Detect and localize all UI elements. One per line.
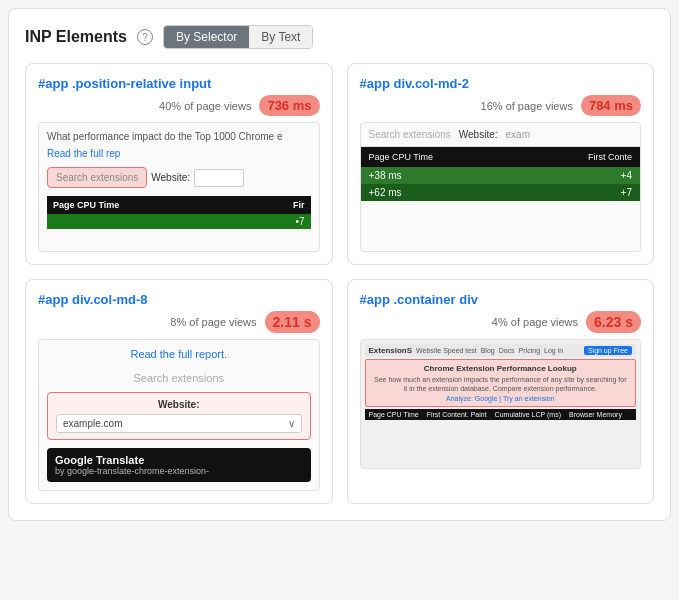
- card-1-search-btn[interactable]: Search extensions: [47, 167, 147, 188]
- card-2-selector: #app div.col-md-2: [360, 76, 470, 91]
- card-4-preview: ExtensionS Website Speed test Blog Docs …: [360, 339, 642, 469]
- card-1: #app .position-relative input 40% of pag…: [25, 63, 333, 265]
- card-4-page-views: 4% of page views: [492, 316, 578, 328]
- card-4: #app .container div 4% of page views 6.2…: [347, 279, 655, 504]
- card-4-table-col2: First Content. Paint: [427, 411, 487, 418]
- card-2-search: Search extensions: [369, 129, 451, 140]
- card-2-row1: +38 ms +4: [361, 167, 641, 184]
- card-3-selector: #app div.col-md-8: [38, 292, 148, 307]
- card-4-header: #app .container div: [360, 292, 642, 307]
- chevron-down-icon: ∨: [288, 418, 295, 429]
- card-2-row1-col1: +38 ms: [369, 170, 402, 181]
- card-1-selector: #app .position-relative input: [38, 76, 211, 91]
- card-1-table-col2: Fir: [293, 200, 305, 210]
- card-1-preview: What performance impact do the Top 1000 …: [38, 122, 320, 252]
- nav-item-5: Log in: [544, 347, 563, 354]
- card-2-page-views: 16% of page views: [481, 100, 573, 112]
- card-1-header: #app .position-relative input: [38, 76, 320, 91]
- cards-grid: #app .position-relative input 40% of pag…: [25, 63, 654, 504]
- card-1-form: Search extensions Website:: [47, 167, 311, 188]
- card-1-page-views: 40% of page views: [159, 100, 251, 112]
- card-3-google-sub: by google-translate-chrome-extension-: [55, 466, 303, 476]
- card-2-badge: 784 ms: [581, 95, 641, 116]
- card-2-table-col2: First Conte: [588, 152, 632, 162]
- card-4-main-link[interactable]: Analyze: Google | Try an extension: [372, 395, 630, 402]
- card-1-badge: 736 ms: [259, 95, 319, 116]
- card-4-main-text: See how much an extension impacts the pe…: [372, 375, 630, 393]
- card-3-page-views: 8% of page views: [170, 316, 256, 328]
- card-2-row1-col2: +4: [621, 170, 632, 181]
- card-2-meta: 16% of page views 784 ms: [360, 95, 642, 116]
- card-3-preview: Read the full report. Search extensions …: [38, 339, 320, 491]
- page-title: INP Elements: [25, 28, 127, 46]
- card-2-table-header: Page CPU Time First Conte: [361, 147, 641, 167]
- card-2-row2-col2: +7: [621, 187, 632, 198]
- card-1-table-header: Page CPU Time Fir: [47, 196, 311, 214]
- card-1-website-label: Website:: [151, 172, 190, 183]
- card-4-main-content: Chrome Extension Performance Lookup See …: [365, 359, 637, 407]
- card-4-table-col1: Page CPU Time: [369, 411, 419, 418]
- card-3-link[interactable]: Read the full report.: [47, 348, 311, 360]
- card-2: #app div.col-md-2 16% of page views 784 …: [347, 63, 655, 265]
- card-1-green-row: •7: [47, 214, 311, 229]
- card-2-table-col1: Page CPU Time: [369, 152, 434, 162]
- card-4-selector: #app .container div: [360, 292, 478, 307]
- help-icon[interactable]: ?: [137, 29, 153, 45]
- card-4-table-col4: Browser Memory: [569, 411, 622, 418]
- card-1-preview-link[interactable]: Read the full rep: [47, 148, 311, 159]
- card-4-cta-btn[interactable]: Sign up Free: [584, 346, 632, 355]
- card-4-table: Page CPU Time First Content. Paint Cumul…: [365, 409, 637, 420]
- card-2-header: #app div.col-md-2: [360, 76, 642, 91]
- toggle-group: By Selector By Text: [163, 25, 314, 49]
- card-4-logo: ExtensionS: [369, 346, 413, 355]
- card-1-table-col1: Page CPU Time: [53, 200, 119, 210]
- card-2-example: exam: [506, 129, 530, 140]
- card-4-browser-bar: ExtensionS Website Speed test Blog Docs …: [365, 344, 637, 357]
- toggle-by-selector[interactable]: By Selector: [164, 26, 249, 48]
- card-2-website-label: Website:: [459, 129, 498, 140]
- card-4-table-col3: Cumulative LCP (ms): [495, 411, 561, 418]
- inp-elements-container: INP Elements ? By Selector By Text #app …: [8, 8, 671, 521]
- nav-item-2: Blog: [481, 347, 495, 354]
- card-2-preview: Search extensions Website: exam Page CPU…: [360, 122, 642, 252]
- nav-item-1: Website Speed test: [416, 347, 477, 354]
- card-1-meta: 40% of page views 736 ms: [38, 95, 320, 116]
- card-2-row2-col1: +62 ms: [369, 187, 402, 198]
- card-3: #app div.col-md-8 8% of page views 2.11 …: [25, 279, 333, 504]
- card-3-google: Google Translate by google-translate-chr…: [47, 448, 311, 482]
- card-4-badge: 6.23 s: [586, 311, 641, 333]
- card-2-preview-top: Search extensions Website: exam: [361, 123, 641, 147]
- header: INP Elements ? By Selector By Text: [25, 25, 654, 49]
- card-4-main-title: Chrome Extension Performance Lookup: [372, 364, 630, 373]
- card-3-meta: 8% of page views 2.11 s: [38, 311, 320, 333]
- nav-item-4: Pricing: [519, 347, 540, 354]
- nav-item-3: Docs: [499, 347, 515, 354]
- card-4-meta: 4% of page views 6.23 s: [360, 311, 642, 333]
- card-1-website-input[interactable]: [194, 169, 244, 187]
- card-1-preview-text: What performance impact do the Top 1000 …: [47, 131, 311, 142]
- toggle-by-text[interactable]: By Text: [249, 26, 312, 48]
- card-3-website-label: Website:: [56, 399, 302, 410]
- card-3-google-title: Google Translate: [55, 454, 303, 466]
- card-3-website-input[interactable]: example.com ∨: [56, 414, 302, 433]
- card-3-badge: 2.11 s: [265, 311, 320, 333]
- card-2-row2: +62 ms +7: [361, 184, 641, 201]
- card-3-website-value: example.com: [63, 418, 122, 429]
- card-3-search: Search extensions: [47, 372, 311, 384]
- card-3-header: #app div.col-md-8: [38, 292, 320, 307]
- card-4-nav: Website Speed test Blog Docs Pricing Log…: [416, 347, 563, 354]
- card-3-website-box: Website: example.com ∨: [47, 392, 311, 440]
